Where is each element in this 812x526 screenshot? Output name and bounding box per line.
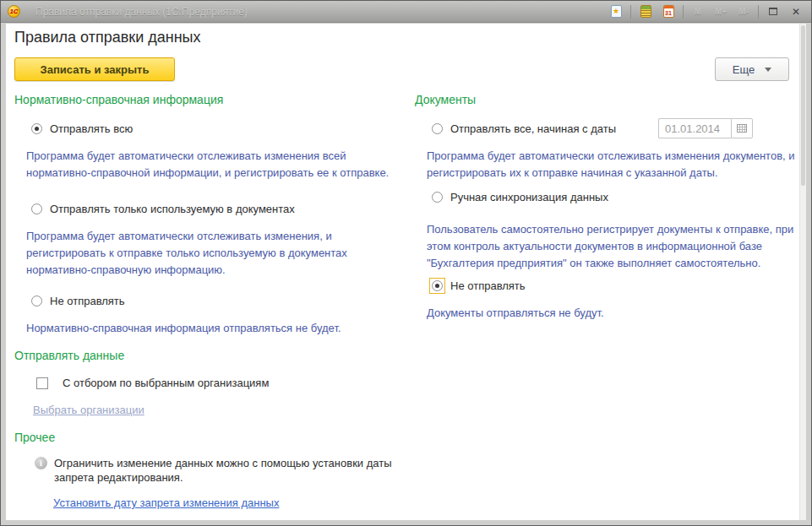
docs-option-send-all-from-date[interactable]: Отправлять все, начиная с даты (432, 122, 797, 136)
nsi-section-title: Нормативно-справочная информация (14, 91, 405, 108)
nsi-option-do-not-send-description: Нормативно-справочная информация отправл… (26, 320, 405, 337)
edit-restriction-note-text: Ограничить изменение данных можно с помо… (54, 456, 405, 485)
radio-label: Отправлять всю (50, 122, 133, 135)
nsi-option-send-used-only-description: Программа будет автоматически отслеживат… (26, 228, 405, 279)
calculator-icon (640, 5, 651, 18)
nsi-option-send-used-only[interactable]: Отправлять только используемую в докумен… (31, 202, 405, 216)
favorites-star-icon: ★ (611, 5, 622, 18)
radio-label: Отправлять только используемую в докумен… (50, 203, 295, 215)
close-icon: ✕ (792, 7, 800, 17)
more-button-label: Еще (733, 63, 755, 76)
radio-label: Не отправлять (450, 279, 526, 292)
other-section-title: Прочее (14, 429, 405, 446)
nsi-option-do-not-send[interactable]: Не отправлять (31, 294, 405, 308)
window-title: Правила отправки данных (1С:Предприятие) (35, 6, 608, 18)
radio-label: Ручная синхронизация данных (450, 191, 608, 203)
titlebar: 1С Правила отправки данных (1С:Предприят… (1, 1, 811, 23)
docs-option-manual-sync-description: Пользователь самостоятельно регистрирует… (427, 221, 797, 272)
more-button[interactable]: Еще (715, 57, 789, 81)
page-title: Правила отправки данных (14, 29, 201, 46)
info-icon: i (35, 457, 47, 469)
save-and-close-button[interactable]: Записать и закрыть (14, 57, 175, 81)
scrollbar-thumb[interactable] (801, 25, 805, 186)
memory-m-plus-button: M+ (712, 4, 729, 19)
maximize-icon (769, 8, 777, 15)
maximize-button[interactable] (765, 4, 782, 19)
titlebar-separator (630, 5, 631, 19)
start-date-input[interactable] (658, 118, 731, 138)
focus-outline (429, 278, 445, 294)
titlebar-separator (683, 5, 684, 19)
set-restriction-date-link[interactable]: Установить дату запрета изменения данных (53, 496, 279, 509)
favorites-button[interactable]: ★ (608, 4, 624, 19)
calendar-button[interactable]: 31 (660, 4, 677, 19)
send-data-section-title: Отправлять данные (14, 347, 405, 364)
app-window: 1С Правила отправки данных (1С:Предприят… (0, 0, 812, 526)
calculator-button[interactable] (637, 4, 654, 19)
filter-by-organizations-option[interactable]: С отбором по выбранным организациям (36, 376, 405, 390)
titlebar-icons: ★ 31 M M+ M- ✕ (608, 4, 804, 19)
titlebar-separator (758, 5, 759, 19)
docs-option-manual-sync[interactable]: Ручная синхронизация данных (432, 190, 797, 204)
memory-m-button: M (689, 4, 706, 19)
close-button[interactable]: ✕ (787, 4, 804, 19)
calendar-picker-icon (737, 124, 747, 133)
start-date-field (658, 118, 753, 138)
calendar-icon: 31 (663, 5, 674, 18)
date-picker-button[interactable] (731, 118, 753, 138)
documents-section-title: Документы (415, 91, 797, 108)
checkbox-label: С отбором по выбранным организациям (63, 377, 269, 389)
select-organizations-link[interactable]: Выбрать организации (33, 404, 144, 416)
radio-icon[interactable] (31, 203, 42, 214)
1c-logo-icon: 1С (8, 5, 20, 18)
docs-option-do-not-send[interactable]: Не отправлять (432, 279, 797, 293)
radio-label: Не отправлять (50, 295, 125, 307)
memory-m-minus-button: M- (735, 4, 752, 19)
vertical-scrollbar[interactable] (799, 24, 806, 520)
edit-restriction-note: i Ограничить изменение данных можно с по… (35, 456, 405, 485)
form-content: Правила отправки данных Записать и закры… (6, 24, 806, 520)
radio-icon[interactable] (432, 192, 443, 203)
radio-icon[interactable] (31, 123, 42, 134)
radio-icon[interactable] (432, 123, 443, 134)
nsi-option-send-all-description: Программа будет автоматически отслеживат… (26, 148, 405, 182)
radio-icon[interactable] (31, 296, 42, 306)
radio-icon[interactable] (432, 280, 443, 291)
docs-option-send-all-description: Программа будет автоматически отслеживат… (427, 148, 797, 182)
nsi-option-send-all[interactable]: Отправлять всю (31, 122, 405, 136)
checkbox-icon[interactable] (36, 377, 48, 389)
chevron-down-icon (765, 68, 771, 72)
nsi-section: Нормативно-справочная информация Отправл… (14, 91, 405, 510)
docs-option-do-not-send-description: Документы отправляться не будут. (427, 305, 797, 322)
documents-section: Документы Отправлять все, начиная с даты… (415, 91, 797, 322)
radio-label: Отправлять все, начиная с даты (450, 122, 616, 135)
